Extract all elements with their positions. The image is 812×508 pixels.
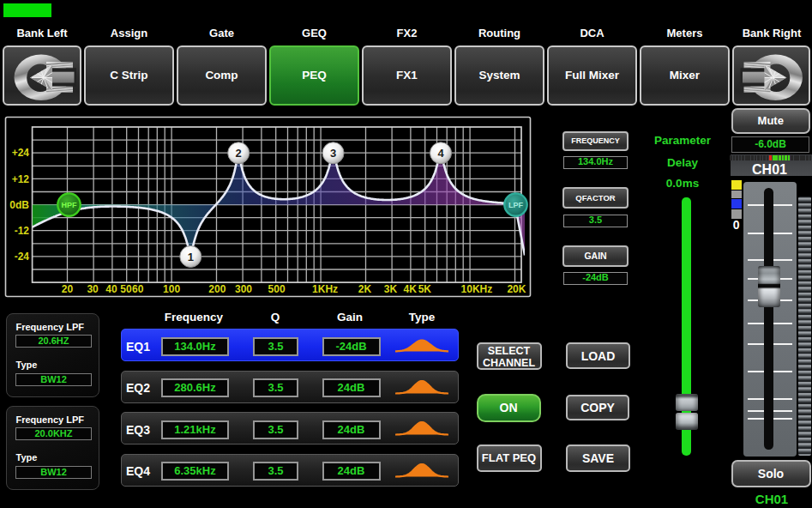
svg-text:4: 4 [437,147,444,160]
svg-text:3K: 3K [384,283,398,295]
svg-text:+12: +12 [12,173,30,185]
svg-text:100: 100 [163,283,180,295]
svg-text:2K: 2K [358,283,372,295]
svg-text:-24: -24 [15,251,30,263]
svg-text:300: 300 [235,283,252,295]
svg-text:0dB: 0dB [9,199,29,211]
svg-text:4K: 4K [404,283,418,295]
svg-text:5K: 5K [418,283,432,295]
svg-text:10KHz: 10KHz [461,283,493,295]
svg-text:40: 40 [105,283,117,295]
svg-text:LPF: LPF [508,201,524,209]
svg-text:60: 60 [132,283,144,295]
svg-text:20K: 20K [507,283,526,295]
svg-text:3: 3 [330,147,336,160]
svg-text:20: 20 [62,283,74,295]
svg-text:-12: -12 [15,225,30,237]
svg-text:1KHz: 1KHz [312,283,338,295]
svg-text:+24: +24 [12,147,30,159]
svg-text:30: 30 [87,283,99,295]
svg-text:HPF: HPF [62,201,78,209]
svg-text:2: 2 [236,147,242,160]
svg-text:200: 200 [208,283,226,295]
svg-text:1: 1 [188,251,194,263]
svg-text:500: 500 [268,283,286,295]
svg-text:50: 50 [120,283,132,295]
